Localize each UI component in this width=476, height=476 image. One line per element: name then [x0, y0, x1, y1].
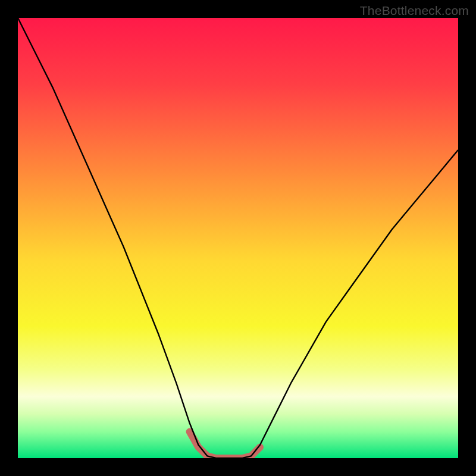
watermark-text: TheBottleneck.com [360, 4, 469, 18]
chart-curve-layer [18, 18, 458, 458]
optimal-zone-marker [190, 432, 260, 458]
chart-plot-area [18, 18, 458, 458]
bottleneck-curve-line [18, 18, 458, 458]
